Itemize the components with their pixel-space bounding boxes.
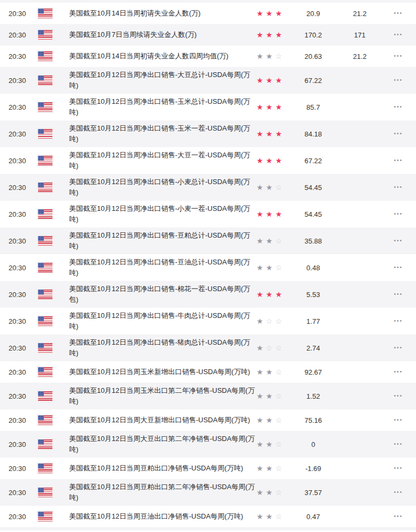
more-cell: ••• [381, 343, 416, 353]
importance-stars: ★★★ [256, 210, 288, 218]
event-time: 20:30 [0, 77, 29, 85]
actual-value: 0.48 [288, 264, 339, 272]
calendar-event-row[interactable]: 20:30 美国截至10月12日当周玉米新增出口销售-USDA每周(万吨) ★★… [0, 361, 416, 383]
more-button[interactable]: ••• [393, 439, 404, 449]
calendar-event-row[interactable]: 20:30 美国截至10月12日当周大豆新增出口销售-USDA每周(万吨) ★★… [0, 409, 416, 431]
star-filled-icon: ★ [256, 489, 263, 496]
calendar-event-row[interactable]: 20:30 美国截至10月7日当周续请失业金人数(万) ★★★ 170.2 17… [0, 24, 416, 45]
calendar-event-row[interactable]: 20:30 美国截至10月12日当周玉米出口第二年净销售-USDA每周(万吨) … [0, 383, 416, 409]
more-button[interactable]: ••• [393, 488, 404, 497]
importance-stars: ★★☆ [256, 237, 288, 245]
actual-value: 20.9 [288, 10, 339, 18]
event-title: 美国截至10月14日当周初请失业金人数四周均值(万) [69, 48, 256, 64]
star-filled-icon: ★ [266, 52, 273, 60]
calendar-event-row[interactable]: 20:30 美国截至10月12日当周豆油出口净销售-USDA每周(万吨) ★★☆… [0, 506, 416, 527]
more-button[interactable]: ••• [393, 9, 404, 18]
more-cell: ••• [381, 30, 416, 40]
us-flag-icon [38, 236, 52, 246]
importance-stars: ★★☆ [256, 440, 288, 448]
more-cell: ••• [381, 236, 416, 246]
calendar-event-row[interactable]: 20:30 美国截至10月14日当周初请失业金人数四周均值(万) ★★☆ 20.… [0, 45, 416, 67]
more-button[interactable]: ••• [393, 30, 404, 40]
more-button[interactable]: ••• [393, 290, 404, 299]
more-button[interactable]: ••• [393, 343, 404, 353]
event-title: 美国截至10月12日当周玉米新增出口销售-USDA每周(万吨) [69, 364, 256, 380]
star-filled-icon: ★ [256, 440, 263, 448]
more-cell: ••• [381, 439, 416, 449]
event-time: 20:30 [0, 157, 29, 165]
more-button[interactable]: ••• [393, 512, 404, 521]
actual-value: 20.63 [288, 52, 339, 60]
star-filled-icon: ★ [266, 513, 273, 520]
event-time: 20:30 [0, 368, 29, 376]
more-button[interactable]: ••• [393, 75, 404, 85]
more-button[interactable]: ••• [393, 236, 404, 246]
more-button[interactable]: ••• [393, 156, 404, 165]
more-cell: ••• [381, 367, 416, 377]
importance-stars: ★★★ [256, 130, 288, 138]
flag-canton [38, 75, 44, 80]
flag-cell [29, 367, 69, 377]
event-time: 20:30 [0, 31, 29, 39]
star-filled-icon: ★ [256, 103, 263, 111]
event-title: 美国截至10月7日当周续请失业金人数(万) [69, 27, 256, 43]
event-time: 20:30 [0, 103, 29, 111]
more-button[interactable]: ••• [393, 209, 404, 219]
calendar-event-row[interactable]: 20:30 美国截至10月12日当周净出口销售-玉米总计-USDA每周(万吨) … [0, 94, 416, 120]
event-time: 20:30 [0, 210, 29, 218]
ellipsis-icon: ••• [394, 10, 403, 16]
calendar-event-row[interactable]: 20:30 美国截至10月12日当周净出口销售-大豆一茬-USDA每周(万吨) … [0, 147, 416, 174]
more-button[interactable]: ••• [393, 391, 404, 401]
calendar-event-row[interactable]: 20:30 美国截至10月12日当周净出口销售-豆粕总计-USDA每周(万吨) … [0, 227, 416, 254]
flag-cell [29, 316, 69, 326]
actual-value: 37.57 [288, 489, 339, 497]
calendar-event-row[interactable]: 20:30 美国截至10月12日当周大豆出口第二年净销售-USDA每周(万吨) … [0, 431, 416, 458]
calendar-event-row[interactable]: 20:30 美国截至10月12日当周净出口销售-棉花一茬-USDA每周(万包) … [0, 281, 416, 308]
star-filled-icon: ★ [256, 31, 263, 39]
calendar-event-row[interactable]: 20:30 美国截至10月12日当周净出口销售-大豆总计-USDA每周(万吨) … [0, 67, 416, 94]
star-outline-icon: ☆ [275, 440, 282, 448]
star-filled-icon: ★ [256, 291, 263, 298]
flag-canton [38, 463, 44, 468]
calendar-event-row[interactable]: 20:30 美国截至10月12日当周豆粕出口净销售-USDA每周(万吨) ★★☆… [0, 458, 416, 479]
calendar-event-row[interactable]: 20:30 美国截至10月14日当周初请失业金人数(万) ★★★ 20.9 21… [0, 3, 416, 24]
more-button[interactable]: ••• [393, 102, 404, 112]
calendar-event-row[interactable]: 20:30 美国截至10月12日当周净出口销售-小麦一茬-USDA每周(万吨) … [0, 201, 416, 227]
actual-value: 54.45 [288, 184, 339, 192]
calendar-event-row[interactable]: 20:30 美国截至10月12日当周豆粕出口第二年净销售-USDA每周(万吨) … [0, 479, 416, 506]
star-filled-icon: ★ [256, 184, 263, 191]
calendar-event-row[interactable]: 20:30 美国截至10月12日当周净出口销售-玉米一茬-USDA每周(万吨) … [0, 120, 416, 147]
calendar-event-row[interactable]: 20:30 美国截至10月12日当周净出口销售-牛肉总计-USDA每周(万吨) … [0, 308, 416, 335]
event-title: 美国截至10月12日当周豆油出口净销售-USDA每周(万吨) [69, 508, 256, 525]
importance-stars: ★★☆ [256, 184, 288, 191]
flag-cell [29, 9, 69, 18]
more-button[interactable]: ••• [393, 51, 404, 61]
star-filled-icon: ★ [266, 10, 273, 17]
us-flag-icon [38, 391, 52, 401]
more-button[interactable]: ••• [393, 463, 404, 473]
us-flag-icon [38, 367, 52, 377]
more-button[interactable]: ••• [393, 316, 404, 326]
star-filled-icon: ★ [256, 157, 263, 164]
importance-stars: ★★☆ [256, 489, 288, 496]
event-title: 美国截至10月12日当周净出口销售-大豆总计-USDA每周(万吨) [69, 67, 256, 94]
event-time: 20:30 [0, 10, 29, 18]
flag-canton [38, 51, 44, 56]
calendar-event-row[interactable]: 20:30 美国截至10月12日当周净出口销售-豆油总计-USDA每周(万吨) … [0, 254, 416, 281]
importance-stars: ★★☆ [256, 52, 288, 60]
calendar-event-row[interactable]: 20:30 美国截至10月12日当周净出口销售-猪肉总计-USDA每周(万吨) … [0, 335, 416, 361]
more-button[interactable]: ••• [393, 129, 404, 139]
more-cell: ••• [381, 183, 416, 192]
ellipsis-icon: ••• [394, 513, 403, 519]
more-cell: ••• [381, 463, 416, 473]
us-flag-icon [38, 30, 52, 40]
more-button[interactable]: ••• [393, 367, 404, 377]
next-row-edge [0, 527, 416, 530]
more-cell: ••• [381, 9, 416, 18]
calendar-event-row[interactable]: 20:30 美国截至10月12日当周净出口销售-小麦总计-USDA每周(万吨) … [0, 174, 416, 201]
more-button[interactable]: ••• [393, 183, 404, 192]
flag-cell [29, 488, 69, 497]
more-button[interactable]: ••• [393, 263, 404, 272]
more-button[interactable]: ••• [393, 415, 404, 425]
star-filled-icon: ★ [275, 77, 282, 84]
